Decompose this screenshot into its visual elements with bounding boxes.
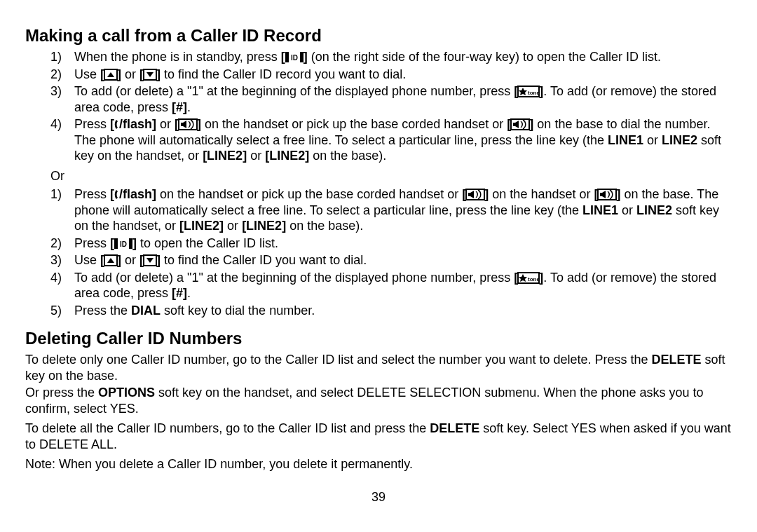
text: To delete all the Caller ID numbers, go … <box>25 421 430 435</box>
paragraph: Note: When you delete a Caller ID number… <box>25 456 732 472</box>
talk-icon <box>114 189 119 200</box>
text: on the handset or pick up the base corde… <box>156 187 462 201</box>
list-a: When the phone is in standby, press [] (… <box>25 49 732 164</box>
heading-making-call: Making a call from a Caller ID Record <box>25 25 732 46</box>
speaker-icon <box>466 189 484 200</box>
arrow-up-icon <box>104 69 117 80</box>
text: To add (or delete) a "1" at the beginnin… <box>74 271 514 285</box>
list-item: Press the DIAL soft key to dial the numb… <box>69 303 732 319</box>
options-key: OPTIONS <box>98 386 155 400</box>
flash-key: /flash] <box>119 187 156 201</box>
line2-key: [LINE2] <box>203 149 247 163</box>
line1-key: LINE1 <box>608 133 643 147</box>
text: To add (or delete) a "1" at the beginnin… <box>74 84 514 98</box>
list-item: When the phone is in standby, press [] (… <box>69 49 732 65</box>
text: Press <box>74 236 110 250</box>
text: on the handset or pick up the base corde… <box>201 117 507 131</box>
star-tone-icon <box>518 86 539 97</box>
text: soft key to dial the number. <box>161 303 315 318</box>
text: (on the right side of the four-way key) … <box>308 50 661 64</box>
line1-key: LINE1 <box>582 203 618 217</box>
star-tone-icon <box>518 273 539 283</box>
text: or <box>121 253 139 267</box>
text: Use <box>74 67 100 81</box>
text: to find the Caller ID record you want to… <box>161 67 406 81</box>
arrow-down-icon <box>144 69 156 80</box>
list-item: Press [] to open the Caller ID list. <box>69 236 732 252</box>
text: The phone will automatically select a fr… <box>74 133 608 147</box>
text: To delete only one Caller ID number, go … <box>25 353 652 367</box>
line2-key: LINE2 <box>662 133 697 147</box>
list-item: To add (or delete) a "1" at the beginnin… <box>69 83 732 115</box>
list-item: Use [] or [] to find the Caller ID you w… <box>69 252 732 268</box>
text: Press <box>74 117 110 131</box>
arrow-down-icon <box>144 255 156 266</box>
text: Press the <box>74 303 131 318</box>
text: or <box>121 67 139 81</box>
text: . <box>187 286 191 300</box>
text: . <box>187 100 191 114</box>
or-separator: Or <box>50 168 732 184</box>
heading-deleting: Deleting Caller ID Numbers <box>25 328 732 349</box>
caller-id-icon <box>114 238 132 249</box>
line2-key: [LINE2] <box>242 219 286 233</box>
text: on the base). <box>286 219 363 233</box>
list-b: Press [/flash] on the handset or pick up… <box>25 186 732 318</box>
line2-key: LINE2 <box>636 203 672 217</box>
paragraph: To delete all the Caller ID numbers, go … <box>25 421 732 452</box>
text: or <box>247 149 265 163</box>
talk-icon <box>114 119 119 130</box>
text: Use <box>74 253 100 267</box>
delete-key: DELETE <box>430 421 479 435</box>
caller-id-icon <box>285 52 304 62</box>
page-number: 39 <box>25 489 732 505</box>
text: to open the Caller ID list. <box>137 236 278 250</box>
text: Press <box>74 187 110 201</box>
text: or <box>618 203 636 217</box>
text: on the base to dial the number. <box>533 117 710 131</box>
speaker-icon <box>511 119 529 130</box>
list-item: Press [/flash] or [] on the handset or p… <box>69 116 732 164</box>
flash-key: /flash] <box>119 117 156 131</box>
speaker-icon <box>179 119 197 130</box>
list-item: To add (or delete) a "1" at the beginnin… <box>69 270 732 301</box>
text: or <box>156 117 175 131</box>
hash-key: [#] <box>172 100 187 114</box>
text: or <box>224 219 242 233</box>
list-item: Press [/flash] on the handset or pick up… <box>69 186 732 234</box>
arrow-up-icon <box>104 255 117 266</box>
hash-key: [#] <box>172 286 187 300</box>
dial-key: DIAL <box>131 303 161 318</box>
text: on the handset or <box>489 187 594 201</box>
paragraph: Or press the OPTIONS soft key on the han… <box>25 385 732 416</box>
line2-key: [LINE2] <box>179 219 224 233</box>
line2-key: [LINE2] <box>265 149 309 163</box>
text: or <box>643 133 662 147</box>
text: Or press the <box>25 386 98 400</box>
paragraph: To delete only one Caller ID number, go … <box>25 352 732 383</box>
text: When the phone is in standby, press <box>74 50 281 64</box>
delete-key: DELETE <box>652 353 702 367</box>
list-item: Use [] or [] to find the Caller ID recor… <box>69 67 732 83</box>
speaker-icon <box>598 189 616 200</box>
text: on the base). <box>309 149 386 163</box>
text: to find the Caller ID you want to dial. <box>161 253 367 267</box>
